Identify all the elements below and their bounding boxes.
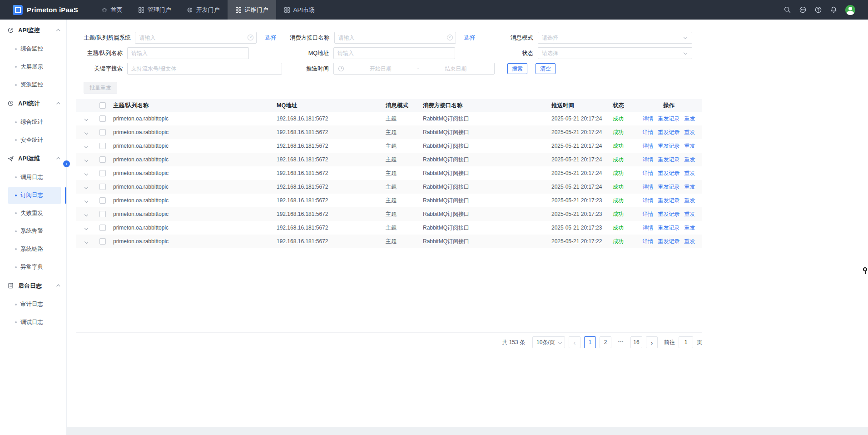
row-expand-icon[interactable] [84, 131, 88, 135]
mode-filter-select[interactable]: 请选择 [538, 32, 692, 44]
sidebar-item-invoke-log[interactable]: 调用日志 [8, 169, 61, 186]
system-filter-input[interactable] [135, 32, 257, 44]
row-expand-icon[interactable] [84, 213, 88, 216]
resend-link[interactable]: 重发 [684, 143, 695, 149]
resend-record-link[interactable]: 重发记录 [658, 170, 680, 176]
resend-link[interactable]: 重发 [684, 238, 695, 245]
detail-link[interactable]: 详情 [643, 129, 654, 135]
select-all-checkbox[interactable] [99, 102, 106, 109]
row-expand-icon[interactable] [84, 199, 88, 203]
nav-item-home[interactable]: 首页 [94, 0, 130, 20]
consumer-filter-input[interactable] [334, 32, 456, 44]
search-icon[interactable] [784, 6, 791, 14]
row-expand-icon[interactable] [84, 172, 88, 175]
detail-link[interactable]: 详情 [643, 156, 654, 163]
sidebar-item-comprehensive-stats[interactable]: 综合统计 [8, 114, 61, 131]
row-checkbox[interactable] [99, 184, 106, 190]
row-checkbox[interactable] [99, 129, 106, 135]
resend-record-link[interactable]: 重发记录 [658, 156, 680, 163]
nav-item-management-portal[interactable]: 管理门户 [130, 0, 179, 20]
sidebar-collapse-toggle[interactable]: ‹ [63, 160, 70, 167]
row-checkbox[interactable] [99, 211, 106, 217]
nav-item-dev-portal[interactable]: 开发门户 [179, 0, 228, 20]
keyword-filter-input[interactable] [127, 63, 282, 75]
resend-link[interactable]: 重发 [684, 170, 695, 176]
resend-record-link[interactable]: 重发记录 [658, 197, 680, 204]
row-expand-icon[interactable] [84, 145, 88, 148]
row-expand-icon[interactable] [84, 117, 88, 121]
resend-record-link[interactable]: 重发记录 [658, 225, 680, 231]
end-date-placeholder[interactable]: 结束日期 [422, 65, 490, 73]
sidebar-group-api-monitor[interactable]: API监控 [0, 21, 66, 40]
map-pin-icon[interactable] [863, 267, 868, 275]
resend-link[interactable]: 重发 [684, 197, 695, 204]
resend-link[interactable]: 重发 [684, 225, 695, 231]
resend-record-link[interactable]: 重发记录 [658, 115, 680, 122]
resend-record-link[interactable]: 重发记录 [658, 143, 680, 149]
sidebar-group-api-ops[interactable]: API运维 [0, 150, 66, 168]
detail-link[interactable]: 详情 [643, 238, 654, 245]
sidebar-item-exception-dict[interactable]: 异常字典 [8, 259, 61, 276]
sidebar-item-resource-monitor[interactable]: 资源监控 [8, 76, 61, 94]
detail-link[interactable]: 详情 [643, 170, 654, 176]
sidebar-item-audit-log[interactable]: 审计日志 [8, 296, 61, 313]
next-page-button[interactable]: › [646, 336, 658, 348]
batch-resend-button[interactable]: 批量重发 [84, 82, 117, 94]
row-checkbox[interactable] [99, 115, 106, 122]
mq-filter-input[interactable] [333, 47, 455, 59]
nav-item-ops-portal[interactable]: 运维门户 [228, 0, 276, 20]
goto-page-input[interactable] [679, 336, 693, 348]
page-ellipsis[interactable]: ••• [615, 336, 627, 348]
nav-item-api-market[interactable]: API市场 [276, 0, 322, 20]
row-expand-icon[interactable] [84, 240, 88, 244]
sidebar-group-backend-log[interactable]: 后台日志 [0, 276, 66, 295]
detail-link[interactable]: 详情 [643, 115, 654, 122]
resend-link[interactable]: 重发 [684, 211, 695, 217]
page-button-2[interactable]: 2 [600, 336, 611, 348]
resend-link[interactable]: 重发 [684, 184, 695, 190]
page-button-16[interactable]: 16 [630, 336, 642, 348]
detail-link[interactable]: 详情 [643, 143, 654, 149]
resend-record-link[interactable]: 重发记录 [658, 129, 680, 135]
detail-link[interactable]: 详情 [643, 211, 654, 217]
sidebar-item-system-alarm[interactable]: 系统告警 [8, 223, 61, 240]
prev-page-button[interactable]: ‹ [569, 336, 580, 348]
resend-record-link[interactable]: 重发记录 [658, 211, 680, 217]
page-button-1[interactable]: 1 [584, 336, 596, 348]
help-icon[interactable] [814, 6, 822, 14]
row-checkbox[interactable] [99, 225, 106, 231]
sidebar-item-debug-log[interactable]: 调试日志 [8, 314, 61, 331]
page-size-select[interactable]: 10条/页 [532, 336, 565, 348]
status-filter-select[interactable]: 请选择 [538, 47, 692, 59]
row-expand-icon[interactable] [84, 158, 88, 162]
row-expand-icon[interactable] [84, 226, 88, 230]
row-checkbox[interactable] [99, 197, 106, 204]
push-time-range-picker[interactable]: 开始日期 - 结束日期 [333, 63, 495, 75]
sidebar-group-api-stats[interactable]: API统计 [0, 94, 66, 113]
sidebar-item-big-screen[interactable]: 大屏展示 [8, 58, 61, 75]
select-consumer-link[interactable]: 选择 [464, 34, 476, 42]
sidebar-item-security-stats[interactable]: 安全统计 [8, 131, 61, 149]
resend-record-link[interactable]: 重发记录 [658, 184, 680, 190]
assistant-icon[interactable] [799, 6, 807, 14]
row-checkbox[interactable] [99, 170, 106, 176]
row-expand-icon[interactable] [84, 185, 88, 189]
resend-link[interactable]: 重发 [684, 129, 695, 135]
sidebar-item-comprehensive-monitor[interactable]: 综合监控 [8, 40, 61, 58]
sidebar-item-fail-resend[interactable]: 失败重发 [8, 205, 61, 222]
select-system-link[interactable]: 选择 [265, 34, 276, 42]
detail-link[interactable]: 详情 [643, 197, 654, 204]
row-checkbox[interactable] [99, 143, 106, 149]
search-button[interactable]: 搜索 [507, 63, 527, 74]
topic-filter-input[interactable] [127, 47, 249, 59]
bell-icon[interactable] [830, 6, 838, 14]
detail-link[interactable]: 详情 [643, 225, 654, 231]
resend-record-link[interactable]: 重发记录 [658, 238, 680, 245]
resend-link[interactable]: 重发 [684, 156, 695, 163]
clear-button[interactable]: 清空 [536, 63, 556, 74]
sidebar-item-system-trace[interactable]: 系统链路 [8, 240, 61, 258]
sidebar-item-subscribe-log[interactable]: 订阅日志 [8, 187, 61, 204]
resend-link[interactable]: 重发 [684, 115, 695, 122]
row-checkbox[interactable] [99, 238, 106, 245]
row-checkbox[interactable] [99, 156, 106, 163]
